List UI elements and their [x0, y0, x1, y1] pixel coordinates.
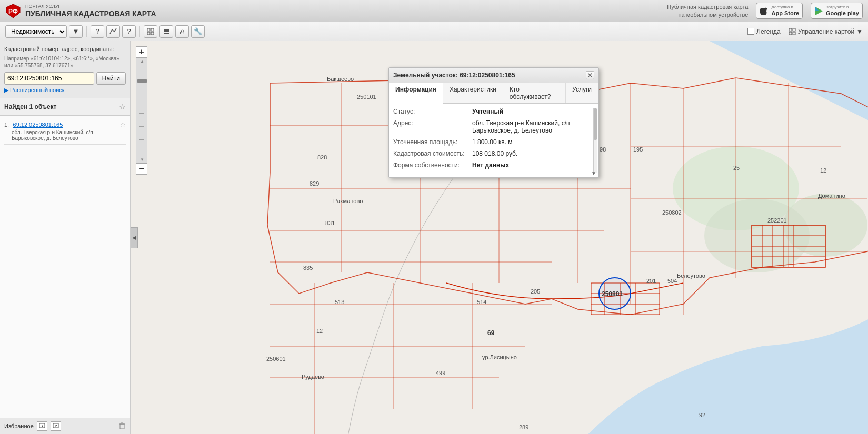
- favorites-import-btn[interactable]: [37, 421, 47, 431]
- googleplay-icon: [814, 6, 824, 16]
- info-value-status: Учтенный: [472, 108, 594, 115]
- info-row-address: Адрес: обл. Тверская р-н Кашинский, с/п …: [393, 119, 594, 134]
- favorites-export-btn[interactable]: [51, 421, 61, 431]
- info-row-area: Уточненная площадь: 1 800.00 кв. м: [393, 138, 594, 146]
- popup-titlebar: Земельный участок: 69:12:0250801:165 ✕: [389, 68, 598, 83]
- popup-tab-service[interactable]: Кто обслуживает?: [503, 83, 566, 103]
- mobile-promo-text: Публичная кадастровая карта на мобильном…: [667, 3, 748, 18]
- toolbar-btn-question1[interactable]: ?: [91, 25, 104, 38]
- top-right-controls: Легенда Управление картой ▼: [747, 28, 863, 35]
- results-count: Найден 1 объект: [4, 103, 57, 110]
- toolbar-btn-layers[interactable]: [159, 25, 173, 38]
- header-title: ПУБЛИЧНАЯ КАДАСТРОВАЯ КАРТА: [25, 9, 156, 18]
- svg-rect-9: [164, 31, 169, 32]
- popup-tab-services[interactable]: Услуги: [566, 83, 598, 103]
- info-label-cost: Кадастровая стоимость:: [393, 150, 472, 157]
- mobile-text-line2: на мобильном устройстве: [667, 11, 748, 18]
- mobile-text-line1: Публичная кадастровая карта: [667, 3, 748, 11]
- info-row-ownership: Форма собственности: Нет данных: [393, 162, 594, 169]
- manage-map-icon: [789, 28, 796, 35]
- googleplay-badge[interactable]: Загрузите в Google play: [811, 3, 863, 19]
- toolbar-btn-question2[interactable]: ?: [122, 25, 136, 38]
- zoom-in-button[interactable]: +: [136, 46, 147, 58]
- result-link[interactable]: 69:12:0250801:165: [13, 122, 63, 128]
- svg-text:РФ: РФ: [8, 8, 18, 15]
- svg-rect-10: [164, 33, 169, 34]
- zoom-slider-thumb[interactable]: [137, 79, 147, 83]
- svg-rect-19: [120, 424, 124, 429]
- svg-rect-12: [793, 28, 795, 31]
- svg-rect-14: [793, 32, 795, 35]
- search-hint: Например «61:6:10104:12», «61:6:*», «Мос…: [4, 55, 126, 69]
- popup-close-button[interactable]: ✕: [586, 71, 594, 79]
- result-star[interactable]: ☆: [120, 121, 126, 128]
- manage-map-control[interactable]: Управление картой ▼: [789, 28, 863, 35]
- info-row-status: Статус: Учтенный: [393, 108, 594, 115]
- googleplay-text: Загрузите в Google play: [826, 5, 859, 17]
- legend-checkbox[interactable]: [747, 28, 754, 35]
- trash-icon: [118, 422, 126, 429]
- toolbar-btn-dropdown-arrow[interactable]: ▼: [69, 25, 83, 38]
- appstore-badge[interactable]: Доступно в App Store: [756, 3, 803, 19]
- property-type-dropdown[interactable]: Недвижимость: [5, 25, 67, 38]
- result-item[interactable]: ☆ 1. 69:12:0250801:165 обл. Тверская р-н…: [4, 118, 126, 145]
- toolbar-btn-settings[interactable]: 🔧: [191, 25, 205, 38]
- info-value-ownership: Нет данных: [472, 162, 594, 169]
- popup-title: Земельный участок: 69:12:0250801:165: [393, 72, 515, 79]
- results-favorite-star[interactable]: ☆: [119, 103, 126, 111]
- info-value-address: обл. Тверская р-н Кашинский, с/п Барыков…: [472, 119, 594, 134]
- sidebar-collapse-btn[interactable]: ◀: [131, 227, 138, 248]
- zoom-slider[interactable]: ▲ — — — — — — — ▼: [136, 58, 147, 163]
- search-input[interactable]: [4, 72, 94, 85]
- layers-icon: [163, 28, 170, 35]
- popup-scrollbar-thumb[interactable]: [594, 108, 597, 140]
- popup-scrollbar[interactable]: [593, 108, 597, 173]
- map-container[interactable]: 250101 251001 852 828 829 831 835 498 19…: [131, 41, 868, 434]
- measure-icon: [109, 27, 117, 36]
- advanced-search-link[interactable]: ▶ Расширенный поиск: [4, 87, 126, 94]
- search-row: Найти: [4, 72, 126, 85]
- svg-rect-11: [789, 28, 792, 31]
- result-number: 1.: [4, 122, 9, 128]
- legend-control[interactable]: Легенда: [747, 28, 781, 35]
- results-section: Найден 1 объект ☆: [0, 98, 130, 116]
- svg-rect-13: [789, 32, 792, 35]
- zoom-out-button[interactable]: −: [136, 163, 147, 175]
- header-subtitle: Портал услуг: [25, 4, 156, 9]
- appstore-text: Доступно в App Store: [771, 5, 799, 17]
- search-section: Кадастровый номер, адрес, координаты: На…: [0, 41, 130, 98]
- import-icon: [38, 422, 46, 430]
- zoom-controls: + ▲ — — — — — — — ▼ −: [136, 46, 147, 175]
- sidebar: Кадастровый номер, адрес, координаты: На…: [0, 41, 131, 434]
- main-layout: Кадастровый номер, адрес, координаты: На…: [0, 41, 868, 434]
- popup-scroll-down-arrow[interactable]: ▼: [591, 170, 596, 176]
- toolbar-sep1: [86, 26, 87, 37]
- results-list: ☆ 1. 69:12:0250801:165 обл. Тверская р-н…: [0, 116, 130, 418]
- logo-shield-icon: РФ: [5, 3, 21, 19]
- toolbar-btn-measure[interactable]: [106, 25, 120, 38]
- export-icon: [52, 422, 59, 430]
- popup-dialog: Земельный участок: 69:12:0250801:165 ✕ И…: [388, 67, 599, 178]
- svg-rect-5: [151, 28, 154, 31]
- toolbar-btn-print[interactable]: 🖨: [175, 25, 189, 38]
- info-label-address: Адрес:: [393, 119, 472, 127]
- popup-tab-info[interactable]: Информация: [389, 83, 443, 104]
- info-label-ownership: Форма собственности:: [393, 162, 472, 169]
- results-header: Найден 1 объект ☆: [4, 103, 126, 111]
- info-label-status: Статус:: [393, 108, 472, 115]
- search-label: Кадастровый номер, адрес, координаты:: [4, 45, 126, 53]
- toolbar-btn-grid[interactable]: [144, 25, 157, 38]
- svg-rect-4: [147, 28, 150, 31]
- info-value-cost: 108 018.00 руб.: [472, 150, 594, 157]
- popup-tabs: Информация Характеристики Кто обслуживае…: [389, 83, 598, 104]
- sidebar-trash-btn[interactable]: [118, 422, 126, 431]
- legend-label: Легенда: [756, 28, 781, 35]
- search-button[interactable]: Найти: [96, 72, 126, 85]
- result-address: обл. Тверская р-н Кашинский, с/п Барыков…: [12, 129, 126, 141]
- popup-content: Статус: Учтенный Адрес: обл. Тверская р-…: [389, 104, 598, 177]
- sidebar-footer: Избранное: [0, 418, 130, 434]
- popup-tab-characteristics[interactable]: Характеристики: [443, 83, 503, 103]
- svg-rect-6: [147, 32, 150, 35]
- apple-icon: [760, 6, 769, 16]
- header-left: РФ Портал услуг ПУБЛИЧНАЯ КАДАСТРОВАЯ КА…: [5, 3, 156, 19]
